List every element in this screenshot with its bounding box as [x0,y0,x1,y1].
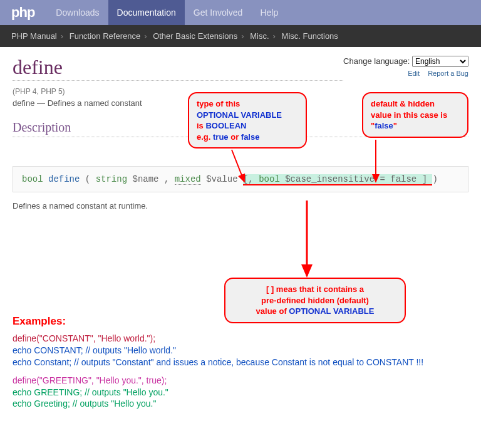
ex-line-4: define("GREETING", "Hello you.", true); [13,375,468,387]
sig-optional-segment: [, bool $case_insensitive = false ] [243,174,433,185]
top-nav: php Downloads Documentation Get Involved… [0,0,481,25]
php-logo[interactable]: php [11,0,34,25]
callout-optional-type: type of this OPTIONAL VARIABLE is BOOLEA… [188,92,307,148]
content: define Change language: English Edit Rep… [0,47,481,315]
breadcrumb: PHP Manual› Function Reference› Other Ba… [0,25,481,47]
sig-p1-name: $name [132,174,158,184]
language-select[interactable]: English [412,56,468,67]
purpose-fn: define [13,98,34,108]
crumb-other[interactable]: Other Basic Extensions [153,31,237,41]
crumb-funcref[interactable]: Function Reference [70,31,140,41]
nav-help[interactable]: Help [251,0,287,25]
ex-line-2: echo CONSTANT; // outputs "Hello world." [13,345,468,357]
sig-p1-type: string [96,174,127,184]
sig-p3-name: $case_insensitive [285,174,375,184]
sig-p2-type[interactable]: mixed [175,174,201,185]
ex-line-6: echo Greeting; // outputs "Hello you." [13,398,468,410]
sig-p2-name: $value [206,174,237,184]
page-title: define [13,56,343,81]
description-text: Defines a named constant at runtime. [13,201,468,211]
crumb-misc[interactable]: Misc. [250,31,269,41]
ex-line-5: echo GREETING; // outputs "Hello you." [13,387,468,399]
purpose-sep: — [34,98,47,108]
callout-brackets-meaning: [ ] meas that it contains a pre-defined … [224,278,406,323]
nav-get-involved[interactable]: Get Involved [185,0,252,25]
nav-documentation[interactable]: Documentation [108,0,185,25]
signature: bool define ( string $name , mixed $valu… [13,166,468,192]
report-bug-link[interactable]: Report a Bug [428,70,468,77]
sig-return-type: bool [22,174,43,184]
ex-line-3: echo Constant; // outputs "Constant" and… [13,357,468,368]
crumb-miscfn[interactable]: Misc. Functions [282,31,338,41]
nav-downloads[interactable]: Downloads [47,0,108,25]
sig-p3-default: = false [380,174,416,184]
language-box: Change language: English Edit Report a B… [343,56,468,77]
sig-fn-name: define [48,174,80,184]
crumb-manual[interactable]: PHP Manual [11,31,57,41]
edit-link[interactable]: Edit [408,70,420,77]
callout-default-value: default & hidden value in this case is "… [362,92,468,138]
purpose-text: Defines a named constant [48,98,142,108]
examples: Examples: define("CONSTANT", "Hello worl… [0,315,481,422]
language-label: Change language: [343,56,410,66]
ex-line-1: define("CONSTANT", "Hello world."); [13,333,468,345]
sig-p3-type: bool [259,174,280,184]
